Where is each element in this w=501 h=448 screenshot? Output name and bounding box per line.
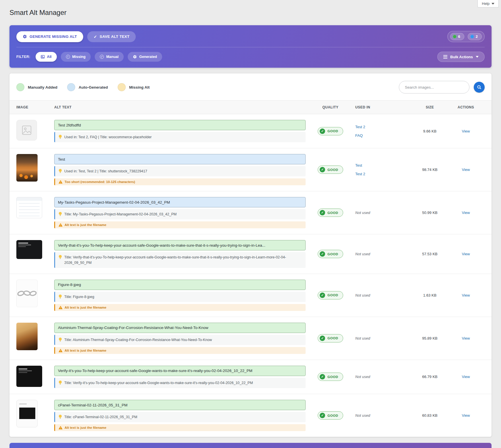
search-button[interactable] [474, 82, 485, 93]
alt-meta-text: Used in: Test, Test 2 | Title: shutterst… [64, 169, 147, 174]
lightbulb-icon [59, 381, 62, 385]
view-link[interactable]: View [462, 375, 470, 379]
check-circle-icon: ✓ [320, 336, 325, 341]
table-row: Title: My-Tasks-Pegasus-Project-Manageme… [9, 191, 492, 234]
view-link[interactable]: View [462, 167, 470, 172]
bottom-panel-edge [9, 443, 492, 448]
view-link[interactable]: View [462, 293, 470, 297]
alt-meta-text: Title: Verify-it's-you-To-help-keep-your… [64, 380, 253, 385]
legend-auto-generated-label: Auto-Generated [79, 85, 108, 89]
search-input[interactable] [399, 81, 469, 94]
view-link[interactable]: View [462, 129, 470, 133]
check-circle-icon: ✓ [320, 251, 325, 257]
quality-badge: ✓GOOD [318, 373, 343, 381]
used-in-cell: Not used [349, 336, 413, 340]
check-circle-icon: ✓ [320, 128, 325, 134]
alt-meta-hint: Used in: Test, Test 2 | Title: shutterst… [54, 166, 306, 176]
quality-badge-label: GOOD [327, 211, 338, 215]
alt-text-input[interactable] [54, 400, 306, 410]
alt-meta-hint: Title: Verify-that-it's-you-To-help-keep… [54, 252, 306, 268]
legend-auto-generated: Auto-Generated [67, 83, 108, 91]
chevron-down-icon [476, 56, 479, 58]
halloween-porch-thumbnail[interactable] [16, 154, 38, 182]
alt-meta-text: Title: cPanel-Terminal-02-11-2026_05_31_… [64, 414, 137, 420]
table-row: Title: Aluminium-Thermal-Spray-Coating-F… [9, 317, 492, 360]
alt-text-input[interactable] [54, 280, 306, 290]
chevron-down-icon [492, 3, 494, 5]
view-link[interactable]: View [462, 211, 470, 215]
warning-triangle-icon [59, 349, 63, 352]
lightbulb-icon [59, 135, 62, 139]
not-used-label: Not used [355, 293, 370, 297]
check-circle-icon: ✓ [320, 210, 325, 215]
quality-badge: ✓GOOD [318, 209, 343, 217]
alt-text-input[interactable] [54, 366, 306, 376]
woocommerce-placeholder-thumbnail[interactable] [16, 120, 37, 141]
search-icon [477, 85, 481, 89]
blue-swatch-icon [67, 83, 75, 91]
used-in-cell: Not used [349, 375, 413, 379]
save-alt-text-button[interactable]: ✓ SAVE ALT TEXT [87, 31, 136, 42]
green-swatch-icon [16, 83, 24, 91]
check-circle-icon: ✓ [320, 167, 325, 172]
blue-dot-icon [471, 35, 474, 38]
filter-label: FILTER: [16, 55, 30, 59]
table-row: Title: Figure-8-jpegAlt text is just the… [9, 274, 492, 317]
google-verify-dark2-thumbnail[interactable] [16, 366, 42, 387]
table-row: Title: Verify-it's-you-To-help-keep-your… [9, 360, 492, 394]
rust-texture-thumbnail[interactable] [16, 323, 38, 350]
generated-count-badge: 2 [468, 33, 482, 40]
bulk-actions-button[interactable]: Bulk Actions [437, 52, 485, 62]
filter-missing[interactable]: ! Missing [61, 52, 91, 62]
filter-generated-label: Generated [139, 55, 157, 59]
alt-warning-text: Too short (recommended: 10-125 character… [65, 180, 135, 184]
used-in-link[interactable]: FAQ [355, 133, 413, 138]
alt-text-input[interactable] [54, 154, 306, 164]
generate-missing-alt-button[interactable]: GENERATE MISSING ALT [16, 31, 83, 42]
alt-meta-hint: Title: Figure-8-jpeg [54, 292, 306, 302]
warning-triangle-icon [59, 180, 63, 184]
view-link[interactable]: View [462, 413, 470, 418]
bulk-actions-label: Bulk Actions [450, 55, 473, 59]
filter-all[interactable]: All [36, 52, 57, 62]
alt-text-input[interactable] [54, 323, 306, 333]
quality-badge: ✓GOOD [318, 334, 343, 342]
warning-triangle-icon [59, 306, 63, 309]
toolbar-divider [16, 47, 485, 47]
green-dot-icon [453, 35, 456, 38]
images-panel: Manually Added Auto-Generated Missing Al… [9, 73, 492, 437]
file-size: 98.74 KB [422, 167, 438, 172]
alt-text-input[interactable] [54, 120, 306, 130]
table-row: Title: cPanel-Terminal-02-11-2026_05_31_… [9, 394, 492, 437]
alt-text-input[interactable] [54, 240, 306, 250]
used-in-cell: Not used [349, 293, 413, 297]
quality-badge-label: GOOD [327, 129, 338, 133]
filter-missing-label: Missing [72, 55, 86, 59]
exclamation-circle-icon: ! [66, 55, 70, 59]
view-link[interactable]: View [462, 252, 470, 256]
used-in-link[interactable]: Test [355, 163, 413, 167]
table-row: Title: Verify-that-it's-you-To-help-keep… [9, 234, 492, 273]
chain-figure-thumbnail[interactable] [16, 280, 38, 307]
used-in-link[interactable]: Test 2 [355, 172, 413, 176]
not-used-label: Not used [355, 252, 370, 256]
tasks-screenshot-thumbnail[interactable] [16, 197, 42, 218]
alt-warning-text: Alt text is just the filename [65, 426, 106, 429]
cpanel-terminal-thumbnail[interactable] [16, 400, 38, 427]
alt-text-input[interactable] [54, 197, 306, 207]
filter-generated[interactable]: Generated [128, 52, 162, 62]
view-link[interactable]: View [462, 336, 470, 340]
filter-manual[interactable]: ✓ Manual [95, 52, 124, 62]
file-size: 9.66 KB [423, 129, 436, 133]
lightbulb-icon [59, 338, 62, 342]
quality-badge-label: GOOD [327, 168, 338, 172]
check-circle-icon: ✓ [320, 413, 325, 418]
alt-warning: Alt text is just the filename [54, 424, 306, 431]
used-in-link[interactable]: Test 2 [355, 125, 413, 129]
alt-meta-hint: Title: My-Tasks-Pegasus-Project-Manageme… [54, 209, 306, 219]
google-verify-dark-thumbnail[interactable] [16, 240, 42, 259]
not-used-label: Not used [355, 211, 370, 215]
file-size: 57.53 KB [422, 252, 438, 256]
lightbulb-icon [59, 169, 62, 173]
page-title: Smart Alt Manager [9, 0, 492, 17]
